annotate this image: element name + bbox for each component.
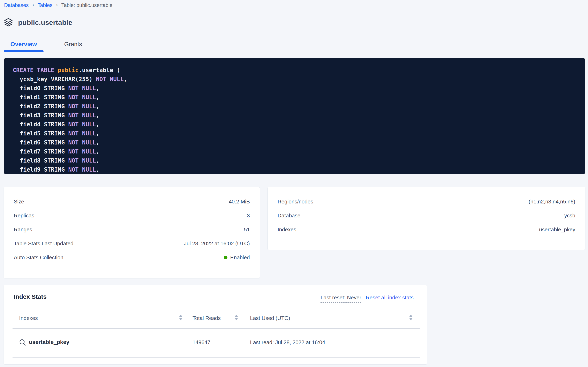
page-title: public.usertable (18, 18, 72, 26)
page-header: public.usertable (4, 17, 72, 27)
stat-value: Jul 28, 2022 at 16:02 (UTC) (184, 241, 250, 247)
sql-column-def: field9 STRING (20, 166, 65, 173)
sql-keyword: NOT NULL (68, 85, 96, 92)
status-enabled-icon (224, 256, 227, 259)
sort-icon[interactable] (409, 315, 413, 320)
breadcrumb-link-databases[interactable]: Databases (4, 2, 29, 8)
sql-text: , (96, 103, 99, 110)
stat-row-auto-stats: Auto Stats Collection Enabled (14, 250, 250, 265)
stat-row-database: Database ycsb (278, 209, 575, 223)
sql-text: , (96, 139, 99, 146)
stat-label: Replicas (14, 212, 34, 219)
stat-row-size: Size 40.2 MiB (14, 195, 250, 209)
stat-value: 51 (244, 226, 250, 233)
sql-line: field9 STRINGNOT NULL, (13, 165, 577, 174)
create-table-sql: CREATE TABLEpublic.usertable ( ycsb_key … (4, 58, 585, 174)
table-details-card: Regions/nodes (n1,n2,n3,n4,n5,n6) Databa… (267, 187, 585, 250)
tab-active-indicator (4, 50, 43, 52)
stat-value: (n1,n2,n3,n4,n5,n6) (529, 199, 575, 205)
stat-label: Indexes (278, 226, 296, 233)
tab-bar: Overview Grants (4, 38, 588, 53)
breadcrumb-link-tables[interactable]: Tables (38, 2, 52, 8)
breadcrumb: Databases › Tables › Table: public.usert… (4, 1, 112, 9)
sql-line: field3 STRINGNOT NULL, (13, 111, 577, 120)
reset-index-stats-link[interactable]: Reset all index stats (366, 294, 414, 301)
stat-value: ycsb (564, 212, 575, 219)
sql-column-def: field7 STRING (20, 148, 65, 155)
table-details-page: Databases › Tables › Table: public.usert… (0, 0, 588, 367)
sql-column-def: field2 STRING (20, 103, 65, 110)
sql-line: field2 STRINGNOT NULL, (13, 102, 577, 111)
sql-keyword: CREATE TABLE (13, 67, 54, 74)
sql-column-def: field5 STRING (20, 130, 65, 137)
column-header-last-used[interactable]: Last Used (UTC) (250, 315, 290, 321)
table-header-divider (13, 328, 420, 329)
table-row-divider (13, 357, 420, 358)
stat-value: 3 (247, 212, 250, 219)
tab-overview[interactable]: Overview (4, 38, 43, 50)
sql-line: ycsb_key VARCHAR(255)NOT NULL, (13, 75, 577, 84)
sql-column-def: field8 STRING (20, 157, 65, 164)
index-name: usertable_pkey (29, 339, 69, 345)
stat-label: Database (278, 212, 300, 219)
stat-value: Enabled (224, 254, 250, 261)
sql-line: field7 STRINGNOT NULL, (13, 147, 577, 156)
chevron-right-icon: › (32, 2, 34, 8)
stat-label: Regions/nodes (278, 199, 313, 205)
sql-keyword: NOT NULL (68, 139, 96, 146)
sql-text: , (96, 85, 99, 92)
sql-line: field8 STRINGNOT NULL, (13, 156, 577, 165)
sql-keyword: NOT NULL (68, 121, 96, 128)
sql-keyword: NOT NULL (68, 94, 96, 101)
sql-column-def: field1 STRING (20, 94, 65, 101)
stat-label: Ranges (14, 226, 32, 233)
sql-column-def: ycsb_key VARCHAR(255) (20, 76, 92, 83)
tab-grants[interactable]: Grants (64, 38, 82, 50)
sql-text: , (96, 148, 99, 155)
index-stats-card: Index Stats Last reset: Never Reset all … (4, 285, 427, 365)
stat-value: 40.2 MiB (229, 199, 250, 205)
sql-line: field1 STRINGNOT NULL, (13, 93, 577, 102)
stat-label: Table Stats Last Updated (14, 241, 74, 247)
sql-line: field0 STRINGNOT NULL, (13, 84, 577, 93)
column-header-total-reads[interactable]: Total Reads (192, 315, 221, 321)
last-reset-label[interactable]: Last reset: Never (321, 294, 361, 303)
stat-value: usertable_pkey (539, 226, 575, 233)
sql-text: , (124, 76, 127, 83)
stat-label: Size (14, 199, 24, 205)
breadcrumb-current: Table: public.usertable (61, 2, 112, 8)
sort-icon[interactable] (179, 315, 183, 320)
sql-text: , (96, 166, 99, 173)
sql-text: , (96, 130, 99, 137)
sql-line: CREATE TABLEpublic.usertable ( (13, 66, 577, 75)
magnifier-icon (19, 339, 26, 346)
index-stats-reset-area: Last reset: Never Reset all index stats (321, 294, 414, 303)
sql-schema: public (58, 67, 78, 74)
sql-text: , (96, 112, 99, 119)
sql-column-def: field6 STRING (20, 139, 65, 146)
sql-column-def: field3 STRING (20, 112, 65, 119)
sql-text: , (96, 121, 99, 128)
sql-text: , (96, 157, 99, 164)
status-text: Enabled (230, 254, 250, 261)
sort-icon[interactable] (234, 315, 238, 320)
index-stats-title: Index Stats (14, 293, 47, 300)
stat-row-stats-updated: Table Stats Last Updated Jul 28, 2022 at… (14, 236, 250, 250)
stack-icon (4, 18, 13, 27)
stat-row-regions: Regions/nodes (n1,n2,n3,n4,n5,n6) (278, 195, 575, 209)
sql-keyword: NOT NULL (68, 166, 96, 173)
table-overview-card: Size 40.2 MiB Replicas 3 Ranges 51 Table… (4, 187, 260, 278)
sql-column-def: field0 STRING (20, 85, 65, 92)
chevron-right-icon: › (56, 2, 58, 8)
sql-keyword: NOT NULL (96, 76, 124, 83)
stat-row-replicas: Replicas 3 (14, 209, 250, 223)
sql-keyword: NOT NULL (68, 130, 96, 137)
sql-keyword: NOT NULL (68, 157, 96, 164)
index-last-used: Last read: Jul 28, 2022 at 16:04 (250, 339, 325, 346)
sql-keyword: NOT NULL (68, 148, 96, 155)
sql-keyword: NOT NULL (68, 112, 96, 119)
column-header-indexes[interactable]: Indexes (19, 315, 38, 321)
stat-label: Auto Stats Collection (14, 254, 63, 261)
sql-text: .usertable ( (78, 67, 120, 74)
sql-text: , (96, 94, 99, 101)
